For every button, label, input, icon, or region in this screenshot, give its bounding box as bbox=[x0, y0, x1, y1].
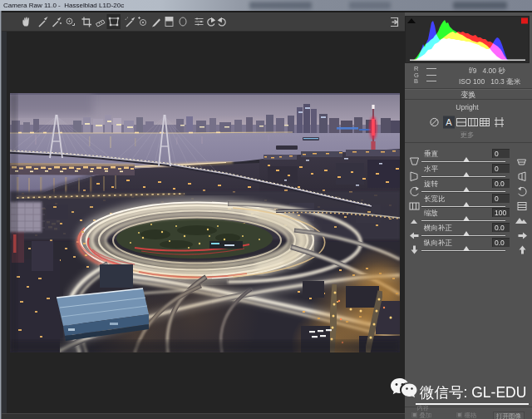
svg-text:A: A bbox=[446, 117, 452, 127]
